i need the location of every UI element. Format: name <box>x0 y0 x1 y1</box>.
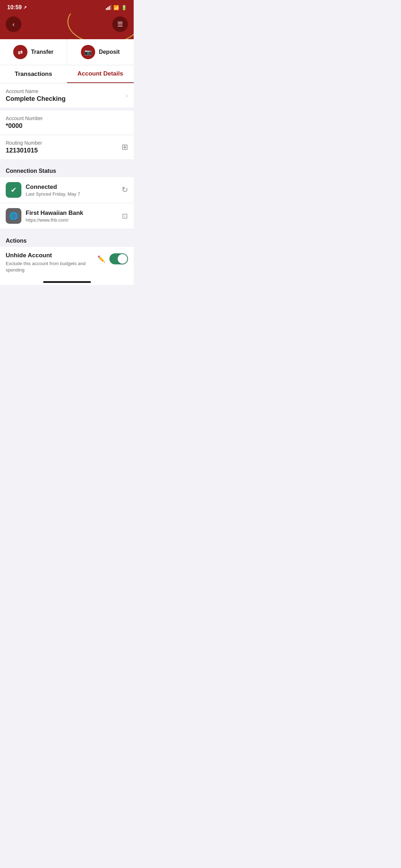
connected-row: ✔ Connected Last Synced Friday, May 7 ↻ <box>0 177 134 203</box>
account-number-label: Account Number <box>6 115 128 121</box>
tab-transactions-label: Transactions <box>15 71 52 77</box>
deposit-icon-circle: 📷 <box>81 45 95 59</box>
account-numbers-section: Account Number *0000 Routing Number 1213… <box>0 110 134 159</box>
home-indicator <box>0 278 134 285</box>
check-circle-icon: ✔ <box>11 186 17 194</box>
account-name-value: Complete Checking <box>6 95 126 103</box>
account-number-row: Account Number *0000 <box>0 110 134 135</box>
unhide-content: Unhide Account Exclude this account from… <box>6 252 97 273</box>
copy-icon[interactable]: ⊞ <box>122 143 128 152</box>
gap-2 <box>0 159 134 162</box>
actions-header: Actions <box>0 232 134 247</box>
account-name-content: Account Name Complete Checking <box>6 88 126 103</box>
routing-number-content: Routing Number 121301015 <box>6 140 117 154</box>
edit-icon[interactable]: ✏️ <box>97 255 105 263</box>
unhide-controls: ✏️ <box>97 253 128 264</box>
unhide-row: Unhide Account Exclude this account from… <box>6 252 128 273</box>
unhide-section: Unhide Account Exclude this account from… <box>0 247 134 278</box>
tab-account-details-label: Account Details <box>77 70 123 77</box>
transfer-label: Transfer <box>31 49 53 55</box>
menu-button[interactable]: ☰ <box>112 16 128 32</box>
account-number-content: Account Number *0000 <box>6 115 128 130</box>
signal-icon <box>106 5 111 10</box>
action-buttons: ⇄ Transfer 📷 Deposit <box>0 39 134 65</box>
routing-number-row: Routing Number 121301015 ⊞ <box>0 135 134 159</box>
wifi-icon: 📶 <box>113 5 119 10</box>
back-icon: ‹ <box>12 21 15 28</box>
tab-transactions[interactable]: Transactions <box>0 65 67 83</box>
connected-text: Connected Last Synced Friday, May 7 <box>26 184 114 197</box>
back-button[interactable]: ‹ <box>6 16 21 32</box>
connection-status-header: Connection Status <box>0 162 134 177</box>
status-icons: 📶 🔋 <box>106 5 127 10</box>
tab-account-details[interactable]: Account Details <box>67 65 134 83</box>
gap-3 <box>0 229 134 232</box>
header: ‹ ☰ <box>0 14 134 39</box>
content: Account Name Complete Checking › Account… <box>0 83 134 278</box>
deposit-label: Deposit <box>99 49 120 55</box>
account-name-section: Account Name Complete Checking › <box>0 83 134 108</box>
deposit-button[interactable]: 📷 Deposit <box>67 39 134 65</box>
chevron-right-icon: › <box>126 92 128 99</box>
connected-title: Connected <box>26 184 114 191</box>
external-link-icon[interactable]: ⊡ <box>122 212 128 220</box>
tabs: Transactions Account Details <box>0 65 134 83</box>
bank-url: https://www.fhb.com/ <box>26 217 115 223</box>
unhide-desc: Exclude this account from budgets and sp… <box>6 260 91 273</box>
gap-1 <box>0 108 134 110</box>
unhide-toggle[interactable] <box>109 253 128 264</box>
account-name-label: Account Name <box>6 88 126 94</box>
account-number-value: *0000 <box>6 122 128 130</box>
camera-icon: 📷 <box>84 49 92 56</box>
transfer-button[interactable]: ⇄ Transfer <box>0 39 67 65</box>
bank-row: 🌐 First Hawaiian Bank https://www.fhb.co… <box>0 203 134 229</box>
status-bar: 10:59 ↗ 📶 🔋 <box>0 0 134 14</box>
toggle-knob <box>118 254 127 264</box>
transfer-icon-circle: ⇄ <box>13 45 27 59</box>
bank-icon-wrap: 🌐 <box>6 208 21 224</box>
transfer-icon: ⇄ <box>18 49 22 56</box>
time-display: 10:59 <box>7 4 22 11</box>
connected-sub: Last Synced Friday, May 7 <box>26 191 114 197</box>
menu-icon: ☰ <box>117 20 123 28</box>
status-time: 10:59 ↗ <box>7 4 27 11</box>
location-icon: ↗ <box>23 5 27 10</box>
routing-number-value: 121301015 <box>6 147 117 154</box>
sync-icon[interactable]: ↻ <box>122 185 128 195</box>
routing-number-label: Routing Number <box>6 140 117 146</box>
bank-text: First Hawaiian Bank https://www.fhb.com/ <box>26 210 115 223</box>
globe-icon: 🌐 <box>9 212 18 220</box>
account-name-row[interactable]: Account Name Complete Checking › <box>0 83 134 108</box>
bank-name: First Hawaiian Bank <box>26 210 115 217</box>
home-bar <box>43 281 91 283</box>
connected-icon-wrap: ✔ <box>6 182 21 198</box>
unhide-title: Unhide Account <box>6 252 97 259</box>
battery-icon: 🔋 <box>121 5 127 10</box>
